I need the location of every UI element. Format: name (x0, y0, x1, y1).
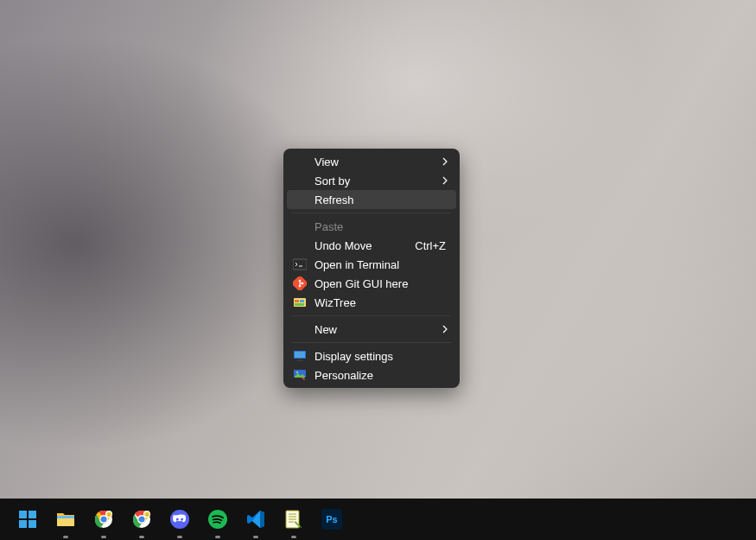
svg-rect-18 (29, 520, 36, 528)
git-icon (293, 276, 307, 290)
menu-item-label: Sort by (314, 175, 446, 187)
taskbar-notepad-plus-plus[interactable] (275, 499, 313, 540)
terminal-icon (293, 257, 307, 271)
svg-text:🙂: 🙂 (106, 511, 112, 518)
menu-display-settings[interactable]: Display settings (287, 346, 456, 365)
taskbar-discord[interactable] (161, 499, 199, 540)
svg-text:Ps: Ps (326, 514, 337, 524)
menu-item-label: Paste (314, 220, 446, 233)
notepad-plus-plus-icon (283, 509, 304, 530)
menu-item-label: WizTree (314, 296, 446, 309)
menu-new[interactable]: New (287, 320, 456, 339)
chrome-icon: 🙂 (131, 509, 152, 530)
menu-item-label: Undo Move (314, 239, 415, 252)
taskbar-running-indicator (63, 536, 68, 538)
menu-item-label: Display settings (314, 350, 446, 363)
menu-open-terminal[interactable]: Open in Terminal (287, 255, 456, 274)
taskbar: 🙂 🙂 (0, 499, 756, 540)
svg-rect-8 (295, 303, 304, 306)
display-settings-icon (293, 349, 307, 363)
svg-rect-12 (296, 360, 303, 361)
taskbar-file-explorer[interactable] (47, 499, 85, 540)
menu-view[interactable]: View (287, 152, 456, 171)
menu-item-label: Personalize (314, 369, 446, 382)
menu-item-label: Open in Terminal (314, 258, 446, 271)
svg-point-14 (296, 372, 298, 373)
menu-sort-by[interactable]: Sort by (287, 171, 456, 190)
svg-rect-10 (295, 352, 305, 358)
svg-rect-20 (57, 516, 74, 518)
taskbar-running-indicator (253, 536, 258, 538)
svg-point-33 (181, 518, 183, 521)
desktop-context-menu: View Sort by Refresh Paste Undo Move Ctr… (283, 149, 460, 388)
chevron-right-icon (442, 325, 448, 334)
svg-rect-16 (29, 511, 36, 518)
taskbar-running-indicator (101, 536, 106, 538)
svg-rect-7 (300, 300, 304, 302)
taskbar-running-indicator (291, 536, 296, 538)
menu-paste: Paste (287, 217, 456, 236)
menu-separator (292, 342, 451, 343)
taskbar-spotify[interactable] (199, 499, 237, 540)
svg-rect-11 (298, 359, 302, 360)
taskbar-chrome-secondary[interactable]: 🙂 (123, 499, 161, 540)
taskbar-running-indicator (139, 536, 144, 538)
menu-undo-move[interactable]: Undo Move Ctrl+Z (287, 236, 456, 255)
svg-rect-15 (19, 511, 27, 518)
taskbar-chrome[interactable]: 🙂 (85, 499, 123, 540)
vscode-icon (245, 509, 266, 530)
taskbar-start-button[interactable] (9, 499, 47, 540)
chevron-right-icon (442, 176, 448, 185)
svg-rect-0 (293, 259, 307, 270)
menu-personalize[interactable]: Personalize (287, 365, 456, 384)
svg-text:🙂: 🙂 (144, 511, 150, 518)
menu-item-label: Open Git GUI here (314, 277, 446, 290)
svg-rect-17 (19, 520, 27, 528)
menu-open-git-gui[interactable]: Open Git GUI here (287, 274, 456, 293)
windows-start-icon (17, 509, 38, 530)
menu-item-label: New (314, 323, 446, 336)
taskbar-running-indicator (215, 536, 220, 538)
discord-icon (169, 509, 190, 530)
desktop-wallpaper[interactable]: View Sort by Refresh Paste Undo Move Ctr… (0, 0, 756, 540)
menu-shortcut: Ctrl+Z (415, 239, 446, 252)
taskbar-photoshop[interactable]: Ps (313, 499, 351, 540)
svg-point-32 (176, 518, 179, 521)
personalize-icon (293, 368, 307, 382)
taskbar-running-indicator (177, 536, 182, 538)
file-explorer-icon (55, 509, 76, 530)
chevron-right-icon (442, 157, 448, 166)
taskbar-vscode[interactable] (237, 499, 275, 540)
svg-rect-6 (295, 300, 299, 302)
menu-separator (292, 315, 451, 316)
photoshop-icon: Ps (321, 509, 342, 530)
chrome-icon: 🙂 (93, 509, 114, 530)
menu-refresh[interactable]: Refresh (287, 190, 456, 209)
menu-item-label: Refresh (314, 194, 446, 206)
menu-wiztree[interactable]: WizTree (287, 293, 456, 312)
menu-item-label: View (314, 156, 446, 168)
spotify-icon (207, 509, 228, 530)
menu-separator (292, 213, 451, 213)
wiztree-icon (293, 295, 307, 309)
